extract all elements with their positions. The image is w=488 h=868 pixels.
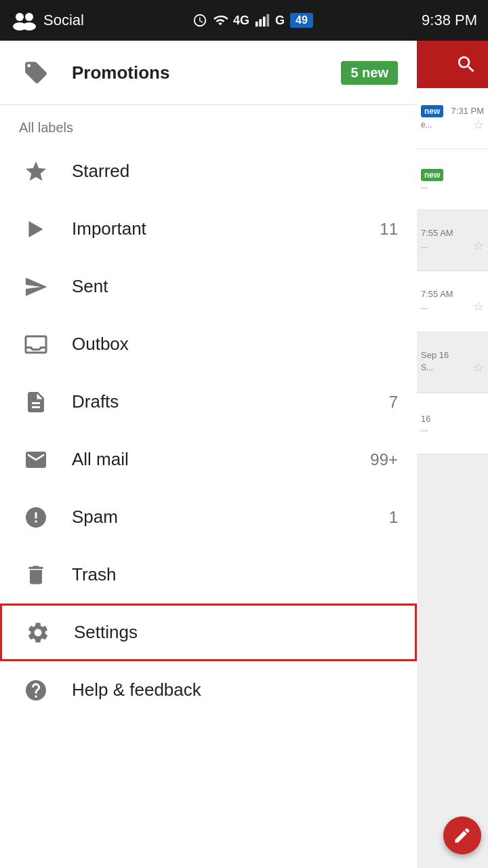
email-snippet-6: ... bbox=[421, 424, 428, 433]
help-label: Help & feedback bbox=[72, 679, 398, 701]
spam-count: 1 bbox=[389, 508, 398, 527]
settings-label: Settings bbox=[74, 622, 396, 643]
allmail-label: All mail bbox=[72, 449, 370, 470]
status-icons: 4G G 49 bbox=[192, 13, 313, 28]
email-list-panel: new 7:31 PM e... ☆ new ... 7:55 AM bbox=[417, 41, 488, 868]
promotions-badge: 5 new bbox=[341, 61, 398, 85]
sidebar-item-help[interactable]: Help & feedback bbox=[0, 661, 417, 719]
email-row-4[interactable]: 7:55 AM ... ☆ bbox=[417, 271, 488, 332]
promotions-icon bbox=[19, 60, 53, 85]
svg-rect-4 bbox=[256, 22, 258, 26]
new-count-badge: 49 bbox=[290, 13, 313, 28]
important-icon bbox=[19, 217, 53, 241]
sidebar-item-starred[interactable]: Starred bbox=[0, 142, 417, 200]
sidebar-item-spam[interactable]: Spam 1 bbox=[0, 488, 417, 546]
wifi-icon bbox=[213, 13, 228, 28]
status-time: 9:38 PM bbox=[422, 12, 477, 29]
signal-icon bbox=[255, 13, 270, 28]
new-badge-1: new bbox=[421, 105, 443, 117]
email-time-3: 7:55 AM bbox=[421, 228, 453, 238]
sent-icon bbox=[19, 275, 53, 299]
sidebar-item-outbox[interactable]: Outbox bbox=[0, 315, 417, 373]
email-row-2[interactable]: new ... bbox=[417, 149, 488, 210]
email-snippet-1: e... bbox=[421, 120, 432, 130]
trash-label: Trash bbox=[72, 564, 398, 585]
drafts-count: 7 bbox=[389, 393, 398, 412]
trash-icon bbox=[19, 563, 53, 587]
drafts-label: Drafts bbox=[72, 391, 389, 412]
new-badge-2: new bbox=[421, 169, 443, 181]
tag-icon bbox=[23, 60, 49, 85]
outbox-label: Outbox bbox=[72, 334, 398, 355]
svg-rect-6 bbox=[263, 17, 266, 27]
svg-marker-8 bbox=[29, 221, 43, 237]
allmail-count: 99+ bbox=[370, 450, 398, 469]
svg-point-3 bbox=[22, 22, 36, 31]
sidebar-item-sent[interactable]: Sent bbox=[0, 258, 417, 315]
status-left: Social bbox=[11, 10, 84, 31]
sent-label: Sent bbox=[72, 276, 398, 297]
email-snippet-4: ... bbox=[421, 302, 428, 311]
svg-point-0 bbox=[16, 13, 24, 21]
star-1[interactable]: ☆ bbox=[473, 117, 484, 132]
email-snippet-5: S... bbox=[421, 363, 433, 372]
svg-marker-9 bbox=[26, 277, 47, 296]
network-indicator: 4G bbox=[233, 14, 249, 28]
email-snippet-2: ... bbox=[421, 181, 428, 191]
allmail-icon bbox=[19, 448, 53, 472]
compose-fab[interactable] bbox=[443, 816, 481, 854]
spam-label: Spam bbox=[72, 507, 389, 528]
email-snippet-3: ... bbox=[421, 241, 428, 250]
alarm-icon bbox=[192, 13, 207, 28]
star-4[interactable]: ☆ bbox=[473, 299, 484, 314]
spam-icon bbox=[19, 505, 53, 530]
navigation-drawer: Promotions 5 new All labels Starred Impo… bbox=[0, 41, 417, 868]
all-labels-header: All labels bbox=[0, 105, 417, 142]
sidebar-item-trash[interactable]: Trash bbox=[0, 546, 417, 604]
sidebar-item-allmail[interactable]: All mail 99+ bbox=[0, 431, 417, 488]
carrier-g: G bbox=[275, 14, 285, 28]
star-5[interactable]: ☆ bbox=[473, 360, 484, 375]
settings-icon bbox=[21, 620, 55, 645]
email-time-4: 7:55 AM bbox=[421, 289, 453, 299]
email-time-1: 7:31 PM bbox=[451, 106, 484, 116]
email-time-6: 16 bbox=[421, 414, 430, 424]
promotions-row[interactable]: Promotions 5 new bbox=[0, 41, 417, 105]
star-icon bbox=[19, 159, 53, 184]
email-row-1[interactable]: new 7:31 PM e... ☆ bbox=[417, 88, 488, 149]
svg-rect-5 bbox=[260, 19, 262, 26]
important-count: 11 bbox=[380, 220, 398, 239]
email-panel-header bbox=[417, 41, 488, 88]
star-3[interactable]: ☆ bbox=[473, 238, 484, 253]
status-bar: Social 4G G 49 9:38 PM bbox=[0, 0, 488, 41]
social-icon bbox=[11, 10, 38, 31]
important-label: Important bbox=[72, 218, 380, 239]
email-row-3[interactable]: 7:55 AM ... ☆ bbox=[417, 210, 488, 271]
edit-icon bbox=[453, 826, 472, 845]
sidebar-item-drafts[interactable]: Drafts 7 bbox=[0, 373, 417, 431]
sidebar-item-settings[interactable]: Settings bbox=[0, 604, 417, 661]
email-row-5[interactable]: Sep 16 S... ☆ bbox=[417, 332, 488, 393]
status-title: Social bbox=[43, 12, 84, 29]
drafts-icon bbox=[19, 390, 53, 414]
promotions-label: Promotions bbox=[72, 62, 341, 83]
sidebar-item-important[interactable]: Important 11 bbox=[0, 200, 417, 258]
email-row-6[interactable]: 16 ... bbox=[417, 393, 488, 454]
starred-label: Starred bbox=[72, 161, 398, 182]
search-icon[interactable] bbox=[455, 54, 477, 75]
outbox-icon bbox=[19, 332, 53, 357]
svg-point-1 bbox=[25, 13, 33, 21]
email-time-5: Sep 16 bbox=[421, 350, 449, 360]
main-layout: Promotions 5 new All labels Starred Impo… bbox=[0, 41, 488, 868]
help-icon bbox=[19, 678, 53, 703]
svg-rect-7 bbox=[267, 14, 270, 26]
